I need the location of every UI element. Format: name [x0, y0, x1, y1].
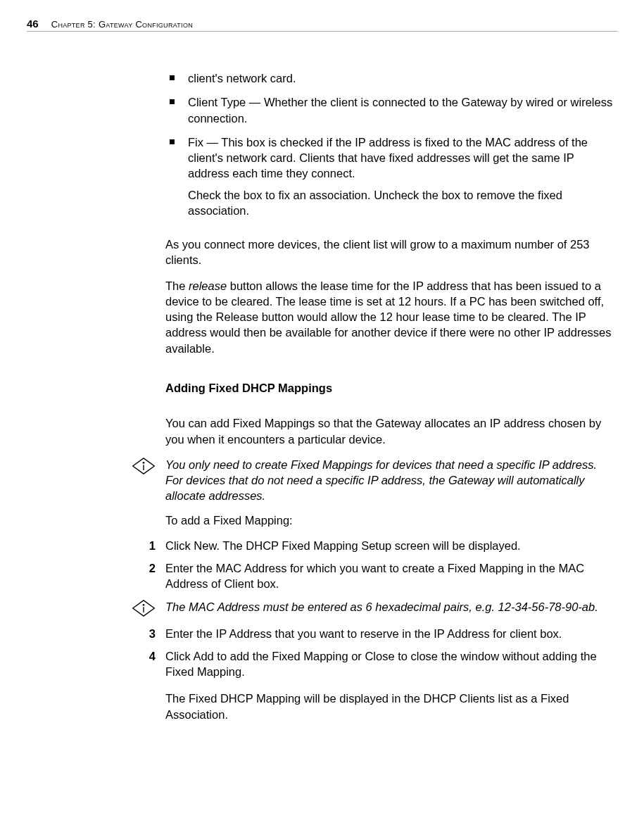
- step-text: Enter the MAC Address for which you want…: [165, 560, 617, 592]
- step-number: 3: [0, 626, 165, 641]
- chapter-title: Chapter 5: Gateway Configuration: [51, 18, 193, 31]
- page-number: 46: [27, 17, 39, 31]
- paragraph: The release button allows the lease time…: [165, 278, 617, 356]
- step-number: 2: [0, 560, 165, 576]
- step-number: 4: [0, 648, 165, 664]
- release-word: release: [189, 279, 227, 292]
- bullet-text: Client Type — Whether the client is conn…: [188, 96, 612, 124]
- step-text: Enter the IP Address that you want to re…: [165, 626, 617, 641]
- info-note: The MAC Address must be entered as 6 hex…: [0, 599, 617, 617]
- list-item: client's network card.: [165, 70, 617, 86]
- content: client's network card. Client Type — Whe…: [0, 70, 617, 816]
- info-icon: [0, 457, 165, 475]
- info-note: You only need to create Fixed Mappings f…: [0, 457, 617, 504]
- text: button allows the lease time for the IP …: [165, 279, 612, 355]
- step: 2 Enter the MAC Address for which you wa…: [0, 560, 617, 592]
- page: 46 Chapter 5: Gateway Configuration clie…: [0, 0, 644, 837]
- bullet-text: Fix — This box is checked if the IP addr…: [188, 136, 588, 180]
- info-note-text: You only need to create Fixed Mappings f…: [165, 457, 617, 504]
- paragraph: The Fixed DHCP Mapping will be displayed…: [165, 691, 617, 722]
- list-item: Fix — This box is checked if the IP addr…: [165, 134, 617, 218]
- list-item: Client Type — Whether the client is conn…: [165, 94, 617, 126]
- bullet-list: client's network card. Client Type — Whe…: [165, 70, 617, 218]
- header-rule: [27, 31, 617, 32]
- step-text: Click New. The DHCP Fixed Mapping Setup …: [165, 538, 617, 553]
- paragraph: You can add Fixed Mappings so that the G…: [165, 415, 617, 447]
- info-note-text: The MAC Address must be entered as 6 hex…: [165, 599, 617, 615]
- paragraph: As you connect more devices, the client …: [165, 237, 617, 268]
- info-icon: [0, 599, 165, 617]
- text: The: [165, 279, 189, 292]
- paragraph: To add a Fixed Mapping:: [165, 512, 617, 528]
- step: 4 Click Add to add the Fixed Mapping or …: [0, 648, 617, 680]
- step-number: 1: [0, 538, 165, 553]
- step: 1 Click New. The DHCP Fixed Mapping Setu…: [0, 538, 617, 553]
- bullet-text: client's network card.: [188, 72, 296, 84]
- step-text: Click Add to add the Fixed Mapping or Cl…: [165, 648, 617, 680]
- running-header: 46 Chapter 5: Gateway Configuration: [27, 17, 617, 31]
- bullet-subtext: Check the box to fix an association. Unc…: [188, 187, 617, 219]
- svg-point-4: [143, 604, 145, 606]
- svg-point-1: [143, 462, 145, 464]
- step: 3 Enter the IP Address that you want to …: [0, 626, 617, 641]
- section-heading: Adding Fixed DHCP Mappings: [165, 380, 617, 396]
